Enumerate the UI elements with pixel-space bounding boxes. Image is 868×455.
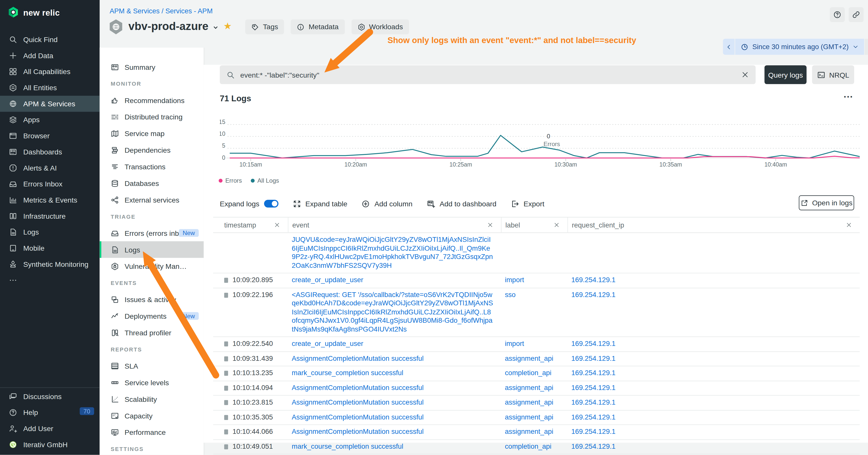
cell-label[interactable]: assignment_api xyxy=(501,411,567,424)
permalink-button[interactable] xyxy=(848,7,864,22)
expand-logs-toggle[interactable] xyxy=(264,200,278,207)
nav-item-summary[interactable]: Summary xyxy=(99,59,204,75)
favorite-star-icon[interactable]: ★ xyxy=(223,21,231,32)
cell-event[interactable]: AssignmentCompletionMutation successful xyxy=(288,352,501,366)
cell-label[interactable]: import xyxy=(501,337,567,351)
time-back-button[interactable] xyxy=(723,39,735,55)
nav-item-logs[interactable]: Logs xyxy=(99,241,204,258)
sidebar-footer-iterativ-gmbh[interactable]: Iterativ GmbH xyxy=(0,436,99,453)
cell-event[interactable]: AssignmentCompletionMutation successful xyxy=(288,454,501,455)
cell-request-client-ip[interactable]: 169.254.129.1 xyxy=(567,454,860,455)
sidebar-item-dashboards[interactable]: Dashboards xyxy=(0,144,99,160)
legend-item-all-logs[interactable]: All Logs xyxy=(251,177,279,184)
cell-label[interactable]: assignment_api xyxy=(501,352,567,366)
sidebar-item-add-data[interactable]: Add Data xyxy=(0,47,99,64)
nav-item-sla[interactable]: SLA xyxy=(99,358,204,374)
sidebar-item-quick-find[interactable]: Quick Find xyxy=(0,32,99,47)
cell-event[interactable]: AssignmentCompletionMutation successful xyxy=(288,381,501,395)
nav-item-deployments[interactable]: DeploymentsNew xyxy=(99,307,204,324)
workloads-button[interactable]: Workloads xyxy=(351,20,409,34)
nav-item-databases[interactable]: Databases xyxy=(99,175,204,192)
logs-timeseries-chart[interactable]: 05101510:15am10:20am10:25am10:30am10:35a… xyxy=(220,110,860,169)
sidebar-item-all-entities[interactable]: All Entities xyxy=(0,79,99,96)
table-row[interactable]: 10:09:22.196<ASGIRequest: GET '/sso/call… xyxy=(213,288,860,337)
cell-request-client-ip[interactable]: 169.254.129.1 xyxy=(567,337,860,351)
sidebar-footer-add-user[interactable]: Add User xyxy=(0,421,99,436)
cell-label[interactable]: assignment_api xyxy=(501,395,567,410)
cell-label[interactable]: completion_api xyxy=(501,366,567,381)
sidebar-item-more[interactable] xyxy=(0,272,99,289)
cell-event[interactable]: <ASGIRequest: GET '/sso/callback/?state=… xyxy=(288,288,501,336)
remove-column-icon[interactable] xyxy=(554,222,559,228)
legend-item-errors[interactable]: Errors xyxy=(219,177,242,184)
sidebar-footer-discussions[interactable]: Discussions xyxy=(0,389,99,404)
cell-label[interactable]: assignment_api xyxy=(501,381,567,395)
cell-label[interactable]: assignment_api xyxy=(501,425,567,439)
cell-event[interactable]: AssignmentCompletionMutation successful xyxy=(288,411,501,424)
sidebar-item-infrastructure[interactable]: Infrastructure xyxy=(0,208,99,224)
table-row[interactable]: 10:10:14.094AssignmentCompletionMutation… xyxy=(213,381,860,395)
cell-request-client-ip[interactable]: 169.254.129.1 xyxy=(567,440,860,454)
cell-event[interactable]: AssignmentCompletionMutation successful xyxy=(288,395,501,410)
help-button[interactable] xyxy=(830,7,844,22)
toolbar-expand-table[interactable]: Expand table xyxy=(292,199,347,208)
nav-item-capacity[interactable]: Capacity xyxy=(99,408,204,424)
table-row[interactable]: 10:10:44.066AssignmentCompletionMutation… xyxy=(213,425,860,440)
toolbar-add-to-dashboard[interactable]: Add to dashboard xyxy=(427,199,496,208)
nav-item-transactions[interactable]: Transactions xyxy=(99,158,204,175)
cell-label[interactable] xyxy=(501,233,567,273)
nav-item-scalability[interactable]: Scalability xyxy=(99,391,204,408)
clear-search-icon[interactable] xyxy=(741,71,749,78)
cell-event[interactable]: AssignmentCompletionMutation successful xyxy=(288,425,501,439)
cell-event[interactable]: mark_course_completion successful xyxy=(288,366,501,381)
toolbar-export[interactable]: Export xyxy=(511,199,545,208)
remove-column-icon[interactable] xyxy=(846,222,852,228)
breadcrumb-apm-services[interactable]: APM & Services xyxy=(110,7,159,15)
nav-item-vulnerability-management[interactable]: Vulnerability Management xyxy=(99,258,204,274)
breadcrumb[interactable]: APM & Services / Services - APM xyxy=(110,7,213,15)
new-relic-logo[interactable]: new relic xyxy=(7,6,60,18)
cell-label[interactable]: sso xyxy=(501,288,567,336)
table-row[interactable]: 10:10:23.815AssignmentCompletionMutation… xyxy=(213,395,860,410)
cell-request-client-ip[interactable]: 169.254.129.1 xyxy=(567,288,860,336)
cell-label[interactable]: assignment_api xyxy=(501,454,567,455)
breadcrumb-services-apm[interactable]: Services - APM xyxy=(165,7,213,15)
cell-request-client-ip[interactable]: 169.254.129.1 xyxy=(567,395,860,410)
table-row[interactable]: 10:09:31.439AssignmentCompletionMutation… xyxy=(213,352,860,366)
cell-request-client-ip[interactable]: 169.254.129.1 xyxy=(567,425,860,439)
query-logs-button[interactable]: Query logs xyxy=(765,65,806,84)
cell-label[interactable]: import xyxy=(501,273,567,288)
cell-request-client-ip[interactable]: 169.254.129.1 xyxy=(567,352,860,366)
time-range-dropdown[interactable]: Since 30 minutes ago (GMT+2) xyxy=(735,39,864,55)
nav-item-performance[interactable]: Performance xyxy=(99,424,204,441)
sidebar-item-logs[interactable]: Logs xyxy=(0,224,99,240)
cell-request-client-ip[interactable]: 169.254.129.1 xyxy=(567,366,860,381)
nav-item-recommendations[interactable]: Recommendations xyxy=(99,92,204,108)
entity-switcher-chevron-icon[interactable] xyxy=(213,24,219,30)
table-row[interactable]: 10:09:22.540create_or_update_userimport1… xyxy=(213,337,860,352)
nav-item-issues-activity[interactable]: Issues & activity xyxy=(99,291,204,307)
log-search-input[interactable]: event:* -"label":"security" xyxy=(220,65,755,84)
sidebar-item-synthetic-monitoring[interactable]: Synthetic Monitoring xyxy=(0,256,99,272)
tags-button[interactable]: Tags xyxy=(245,20,284,34)
sidebar-item-apm-services[interactable]: APM & Services xyxy=(0,96,99,112)
sidebar-item-alerts-ai[interactable]: Alerts & AI xyxy=(0,160,99,176)
column-header-event[interactable]: event xyxy=(288,218,501,232)
column-header-timestamp[interactable]: timestamp xyxy=(213,218,288,232)
cell-request-client-ip[interactable]: 169.254.129.1 xyxy=(567,273,860,288)
table-row[interactable]: 10:11:00.311AssignmentCompletionMutation… xyxy=(213,454,860,455)
table-row[interactable]: 10:09:20.895create_or_update_userimport1… xyxy=(213,273,860,288)
column-header-request_client_ip[interactable]: request_client_ip xyxy=(567,218,860,232)
open-in-logs-button[interactable]: Open in logs xyxy=(799,195,854,210)
cell-label[interactable]: completion_api xyxy=(501,440,567,454)
metadata-button[interactable]: Metadata xyxy=(291,20,344,34)
sidebar-item-mobile[interactable]: Mobile xyxy=(0,240,99,256)
time-forward-button[interactable] xyxy=(865,39,868,55)
cell-request-client-ip[interactable]: 169.254.129.1 xyxy=(567,381,860,395)
cell-event[interactable]: mark_course_completion successful xyxy=(288,440,501,454)
cell-request-client-ip[interactable]: 169.254.129.1 xyxy=(567,411,860,424)
sidebar-item-browser[interactable]: Browser xyxy=(0,128,99,144)
table-row[interactable]: 10:10:49.051mark_course_completion succe… xyxy=(213,440,860,454)
sidebar-footer-help[interactable]: Help70 xyxy=(0,404,99,421)
column-header-label[interactable]: label xyxy=(501,218,567,232)
